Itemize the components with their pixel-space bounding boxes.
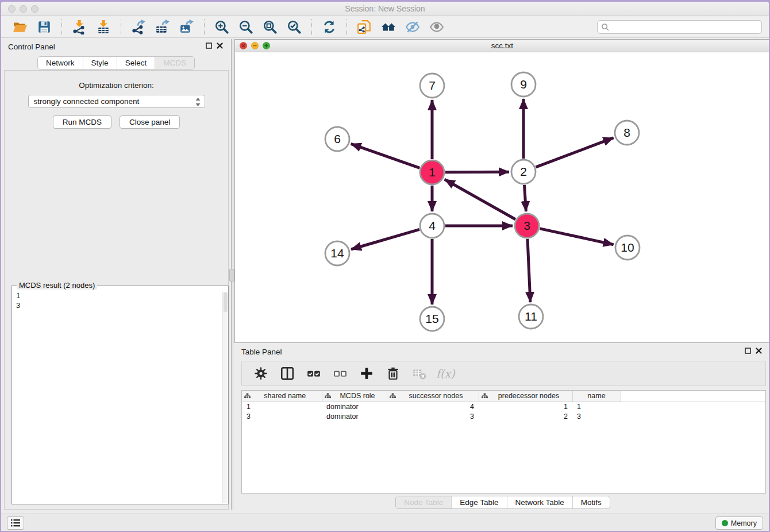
close-panel-button[interactable]: Close panel	[120, 115, 180, 129]
table-panel-title: Table Panel	[241, 348, 282, 356]
import-network-icon[interactable]	[71, 18, 88, 36]
network-window-title: scc.txt	[235, 41, 769, 50]
table-settings-icon[interactable]	[252, 365, 270, 382]
mcds-result-list[interactable]: 1 3	[12, 286, 228, 310]
mcds-result-box: MCDS result (2 nodes) 1 3	[11, 286, 229, 504]
cell-successor-nodes[interactable]: 4	[387, 402, 479, 411]
cell-name[interactable]: 3	[572, 411, 621, 421]
graph-edge-1-6[interactable]	[351, 144, 420, 168]
import-table-icon[interactable]	[95, 18, 112, 36]
float-panel-icon[interactable]	[206, 43, 212, 49]
zoom-fit-icon[interactable]	[261, 18, 279, 36]
tab-node-table[interactable]: Node Table	[396, 496, 451, 508]
graph-edge-2-8[interactable]	[536, 138, 614, 167]
column-header-successor-nodes[interactable]: successor nodes	[387, 391, 479, 402]
network-window-titlebar[interactable]: scc.txt	[235, 40, 769, 52]
table-row[interactable]: 3 dominator 3 2 3	[242, 411, 765, 421]
column-header-name[interactable]: name	[572, 391, 621, 402]
graph-edge-3-1[interactable]	[445, 179, 515, 219]
add-column-icon[interactable]	[358, 365, 375, 382]
node-table: shared name MCDS role successor nodes pr…	[241, 390, 766, 494]
memory-status-icon	[722, 520, 728, 526]
column-header-shared-name[interactable]: shared name	[242, 391, 322, 402]
graph-node-label-8: 8	[623, 126, 630, 139]
delete-column-icon[interactable]	[384, 365, 402, 382]
cell-shared-name[interactable]: 3	[242, 411, 322, 421]
toolbar-separator	[346, 19, 347, 35]
zoom-out-icon[interactable]	[237, 18, 255, 36]
graph-node-label-1: 1	[429, 165, 436, 179]
optimization-criterion-select[interactable]: strongly connected component	[28, 95, 205, 108]
select-all-columns-icon[interactable]	[305, 365, 322, 382]
table-panel-tabs: Node Table Edge Table Network Table Moti…	[395, 496, 610, 509]
export-network-icon[interactable]	[130, 18, 147, 36]
zoom-in-icon[interactable]	[213, 18, 230, 36]
search-input[interactable]	[610, 23, 758, 32]
cell-mcds-role[interactable]: dominator	[322, 411, 387, 421]
tab-network-table[interactable]: Network Table	[507, 496, 572, 508]
close-table-panel-icon[interactable]	[756, 348, 762, 354]
graph-node-label-14: 14	[330, 246, 344, 260]
graph-edge-4-14[interactable]	[351, 229, 419, 249]
export-image-icon[interactable]	[178, 18, 195, 36]
status-bar: Memory	[1, 514, 769, 531]
toolbar-separator	[204, 19, 205, 35]
graph-edge-2-3[interactable]	[524, 185, 526, 211]
tab-motifs[interactable]: Motifs	[572, 496, 610, 508]
column-header-mcds-role[interactable]: MCDS role	[322, 391, 387, 402]
tree-icon	[390, 393, 396, 399]
show-all-icon[interactable]	[428, 18, 445, 36]
vertical-splitter[interactable]	[231, 39, 234, 510]
close-panel-icon[interactable]	[217, 43, 223, 49]
result-scrollbar[interactable]	[222, 292, 228, 503]
tab-network[interactable]: Network	[38, 57, 83, 69]
new-network-from-selection-icon[interactable]	[356, 18, 373, 36]
tab-select[interactable]: Select	[117, 57, 155, 69]
save-session-icon[interactable]	[36, 18, 53, 36]
column-header-predecessor-nodes[interactable]: predecessor nodes	[479, 391, 572, 402]
graph-node-label-2: 2	[520, 165, 527, 178]
search-icon	[601, 23, 610, 32]
cell-name[interactable]: 1	[572, 402, 621, 411]
table-panel-header: Table Panel	[234, 344, 769, 359]
first-neighbors-icon[interactable]	[380, 18, 397, 36]
cell-shared-name[interactable]: 1	[242, 402, 322, 411]
cell-mcds-role[interactable]: dominator	[322, 402, 387, 411]
graph-node-label-9: 9	[520, 78, 527, 91]
memory-label: Memory	[731, 519, 757, 527]
desktop-frame: Session: New Session Control Panel	[0, 0, 770, 532]
cell-predecessor-nodes[interactable]: 1	[479, 402, 572, 411]
task-history-button[interactable]	[7, 516, 24, 530]
dropdown-stepper-icon	[195, 97, 201, 109]
column-view-icon[interactable]	[279, 365, 296, 382]
graph-edge-1-2[interactable]	[445, 172, 509, 172]
table-row[interactable]: 1 dominator 4 1 1	[242, 402, 765, 411]
window-title: Session: New Session	[1, 4, 769, 13]
tab-edge-table[interactable]: Edge Table	[451, 496, 506, 508]
delete-table-icon	[411, 365, 428, 382]
function-builder-icon: f(x)	[436, 367, 455, 380]
app-titlebar: Session: New Session	[1, 2, 769, 16]
graph-edge-3-10[interactable]	[540, 229, 613, 245]
run-mcds-button[interactable]: Run MCDS	[53, 115, 111, 129]
tab-style[interactable]: Style	[83, 57, 117, 69]
cell-predecessor-nodes[interactable]: 2	[479, 411, 572, 421]
cell-successor-nodes[interactable]: 3	[387, 411, 479, 421]
tree-icon	[482, 393, 488, 399]
mcds-result-title: MCDS result (2 nodes)	[17, 281, 97, 290]
graph-edge-3-11[interactable]	[528, 239, 530, 302]
open-file-icon[interactable]	[11, 18, 29, 36]
hide-selected-icon[interactable]	[404, 18, 421, 36]
header-filler	[621, 391, 765, 402]
splitter-handle[interactable]	[229, 269, 234, 282]
network-canvas[interactable]: 7968124314101511	[235, 52, 769, 342]
export-table-icon[interactable]	[154, 18, 171, 36]
unselect-all-columns-icon[interactable]	[332, 365, 349, 382]
graph-node-label-7: 7	[429, 79, 436, 92]
memory-button[interactable]: Memory	[715, 516, 763, 530]
float-table-panel-icon[interactable]	[745, 348, 751, 354]
apply-preferred-layout-icon[interactable]	[321, 18, 338, 36]
tab-mcds[interactable]: MCDS	[155, 57, 194, 69]
zoom-selected-icon[interactable]	[286, 18, 303, 36]
search-box[interactable]	[597, 20, 762, 34]
